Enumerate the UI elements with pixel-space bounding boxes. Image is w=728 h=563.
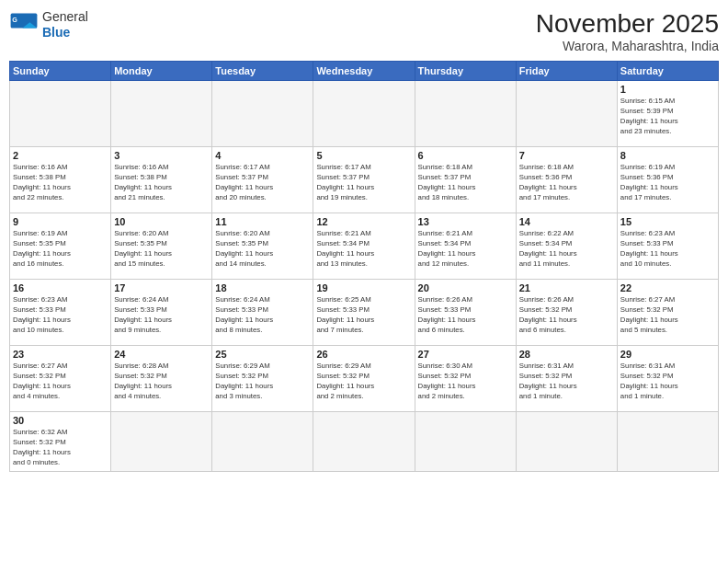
calendar-week-2: 9Sunrise: 6:19 AM Sunset: 5:35 PM Daylig… bbox=[10, 213, 719, 280]
day-number: 19 bbox=[316, 282, 411, 293]
day-info: Sunrise: 6:23 AM Sunset: 5:33 PM Dayligh… bbox=[13, 295, 108, 336]
calendar-cell: 16Sunrise: 6:23 AM Sunset: 5:33 PM Dayli… bbox=[10, 280, 111, 346]
col-header-wednesday: Wednesday bbox=[313, 62, 415, 81]
calendar-week-5: 30Sunrise: 6:32 AM Sunset: 5:32 PM Dayli… bbox=[10, 412, 719, 472]
calendar-cell: 5Sunrise: 6:17 AM Sunset: 5:37 PM Daylig… bbox=[313, 147, 415, 213]
day-info: Sunrise: 6:23 AM Sunset: 5:33 PM Dayligh… bbox=[620, 229, 715, 270]
calendar-cell: 26Sunrise: 6:29 AM Sunset: 5:32 PM Dayli… bbox=[313, 346, 415, 412]
calendar-cell: 9Sunrise: 6:19 AM Sunset: 5:35 PM Daylig… bbox=[10, 213, 111, 280]
day-number: 23 bbox=[13, 349, 108, 360]
col-header-tuesday: Tuesday bbox=[212, 62, 313, 81]
col-header-saturday: Saturday bbox=[617, 62, 718, 81]
day-info: Sunrise: 6:16 AM Sunset: 5:38 PM Dayligh… bbox=[13, 163, 108, 203]
day-number: 10 bbox=[114, 216, 209, 227]
day-info: Sunrise: 6:21 AM Sunset: 5:34 PM Dayligh… bbox=[418, 229, 513, 270]
day-info: Sunrise: 6:17 AM Sunset: 5:37 PM Dayligh… bbox=[316, 163, 411, 203]
day-info: Sunrise: 6:28 AM Sunset: 5:32 PM Dayligh… bbox=[114, 362, 209, 402]
calendar-cell bbox=[617, 412, 718, 472]
day-info: Sunrise: 6:19 AM Sunset: 5:36 PM Dayligh… bbox=[620, 163, 715, 203]
day-info: Sunrise: 6:22 AM Sunset: 5:34 PM Dayligh… bbox=[519, 229, 614, 270]
day-number: 3 bbox=[114, 150, 209, 161]
day-number: 6 bbox=[418, 150, 513, 161]
day-number: 16 bbox=[13, 282, 108, 293]
day-info: Sunrise: 6:24 AM Sunset: 5:33 PM Dayligh… bbox=[114, 295, 209, 336]
calendar-cell: 23Sunrise: 6:27 AM Sunset: 5:32 PM Dayli… bbox=[10, 346, 111, 412]
calendar-cell bbox=[313, 412, 415, 472]
day-number: 26 bbox=[316, 349, 411, 360]
calendar-cell bbox=[516, 81, 617, 147]
location-title: Warora, Maharashtra, India bbox=[536, 39, 719, 53]
day-number: 5 bbox=[316, 150, 411, 161]
day-info: Sunrise: 6:25 AM Sunset: 5:33 PM Dayligh… bbox=[316, 295, 411, 336]
day-number: 30 bbox=[13, 415, 108, 426]
day-number: 14 bbox=[519, 216, 614, 227]
day-info: Sunrise: 6:29 AM Sunset: 5:32 PM Dayligh… bbox=[215, 362, 310, 402]
calendar-cell: 30Sunrise: 6:32 AM Sunset: 5:32 PM Dayli… bbox=[10, 412, 111, 472]
day-info: Sunrise: 6:27 AM Sunset: 5:32 PM Dayligh… bbox=[620, 295, 715, 336]
calendar-cell: 24Sunrise: 6:28 AM Sunset: 5:32 PM Dayli… bbox=[111, 346, 212, 412]
day-info: Sunrise: 6:26 AM Sunset: 5:33 PM Dayligh… bbox=[418, 295, 513, 336]
calendar-cell: 6Sunrise: 6:18 AM Sunset: 5:37 PM Daylig… bbox=[415, 147, 516, 213]
calendar-cell: 1Sunrise: 6:15 AM Sunset: 5:39 PM Daylig… bbox=[617, 81, 718, 147]
day-number: 7 bbox=[519, 150, 614, 161]
calendar-cell bbox=[212, 81, 313, 147]
calendar-cell: 13Sunrise: 6:21 AM Sunset: 5:34 PM Dayli… bbox=[415, 213, 516, 280]
day-info: Sunrise: 6:30 AM Sunset: 5:32 PM Dayligh… bbox=[418, 362, 513, 402]
col-header-friday: Friday bbox=[516, 62, 617, 81]
calendar-cell: 15Sunrise: 6:23 AM Sunset: 5:33 PM Dayli… bbox=[617, 213, 718, 280]
day-number: 1 bbox=[620, 84, 715, 95]
day-number: 4 bbox=[215, 150, 310, 161]
day-number: 18 bbox=[215, 282, 310, 293]
day-number: 12 bbox=[316, 216, 411, 227]
day-info: Sunrise: 6:17 AM Sunset: 5:37 PM Dayligh… bbox=[215, 163, 310, 203]
day-info: Sunrise: 6:18 AM Sunset: 5:36 PM Dayligh… bbox=[519, 163, 614, 203]
calendar-cell: 25Sunrise: 6:29 AM Sunset: 5:32 PM Dayli… bbox=[212, 346, 313, 412]
day-info: Sunrise: 6:18 AM Sunset: 5:37 PM Dayligh… bbox=[418, 163, 513, 203]
calendar-cell: 10Sunrise: 6:20 AM Sunset: 5:35 PM Dayli… bbox=[111, 213, 212, 280]
day-info: Sunrise: 6:20 AM Sunset: 5:35 PM Dayligh… bbox=[114, 229, 209, 270]
day-info: Sunrise: 6:29 AM Sunset: 5:32 PM Dayligh… bbox=[316, 362, 411, 402]
day-info: Sunrise: 6:16 AM Sunset: 5:38 PM Dayligh… bbox=[114, 163, 209, 203]
calendar-cell: 17Sunrise: 6:24 AM Sunset: 5:33 PM Dayli… bbox=[111, 280, 212, 346]
day-info: Sunrise: 6:19 AM Sunset: 5:35 PM Dayligh… bbox=[13, 229, 108, 270]
calendar-cell: 19Sunrise: 6:25 AM Sunset: 5:33 PM Dayli… bbox=[313, 280, 415, 346]
day-number: 15 bbox=[620, 216, 715, 227]
day-number: 25 bbox=[215, 349, 310, 360]
day-number: 11 bbox=[215, 216, 310, 227]
calendar-cell bbox=[516, 412, 617, 472]
calendar-cell bbox=[111, 412, 212, 472]
day-number: 21 bbox=[519, 282, 614, 293]
day-number: 29 bbox=[620, 349, 715, 360]
calendar-cell bbox=[111, 81, 212, 147]
calendar-cell bbox=[415, 81, 516, 147]
calendar-cell: 20Sunrise: 6:26 AM Sunset: 5:33 PM Dayli… bbox=[415, 280, 516, 346]
calendar-cell bbox=[415, 412, 516, 472]
calendar-week-0: 1Sunrise: 6:15 AM Sunset: 5:39 PM Daylig… bbox=[10, 81, 719, 147]
day-number: 28 bbox=[519, 349, 614, 360]
calendar-cell: 3Sunrise: 6:16 AM Sunset: 5:38 PM Daylig… bbox=[111, 147, 212, 213]
col-header-sunday: Sunday bbox=[10, 62, 111, 81]
calendar-cell: 22Sunrise: 6:27 AM Sunset: 5:32 PM Dayli… bbox=[617, 280, 718, 346]
calendar-cell: 18Sunrise: 6:24 AM Sunset: 5:33 PM Dayli… bbox=[212, 280, 313, 346]
day-info: Sunrise: 6:15 AM Sunset: 5:39 PM Dayligh… bbox=[620, 97, 715, 137]
calendar-cell bbox=[313, 81, 415, 147]
calendar: SundayMondayTuesdayWednesdayThursdayFrid… bbox=[9, 61, 719, 472]
calendar-week-3: 16Sunrise: 6:23 AM Sunset: 5:33 PM Dayli… bbox=[10, 280, 719, 346]
calendar-cell: 27Sunrise: 6:30 AM Sunset: 5:32 PM Dayli… bbox=[415, 346, 516, 412]
calendar-week-1: 2Sunrise: 6:16 AM Sunset: 5:38 PM Daylig… bbox=[10, 147, 719, 213]
page-header: G General Blue November 2025 Warora, Mah… bbox=[9, 9, 719, 53]
col-header-monday: Monday bbox=[111, 62, 212, 81]
calendar-cell bbox=[10, 81, 111, 147]
calendar-cell: 29Sunrise: 6:31 AM Sunset: 5:32 PM Dayli… bbox=[617, 346, 718, 412]
day-info: Sunrise: 6:32 AM Sunset: 5:32 PM Dayligh… bbox=[13, 428, 108, 468]
day-info: Sunrise: 6:27 AM Sunset: 5:32 PM Dayligh… bbox=[13, 362, 108, 402]
day-info: Sunrise: 6:26 AM Sunset: 5:32 PM Dayligh… bbox=[519, 295, 614, 336]
day-number: 17 bbox=[114, 282, 209, 293]
col-header-thursday: Thursday bbox=[415, 62, 516, 81]
day-number: 8 bbox=[620, 150, 715, 161]
calendar-cell: 28Sunrise: 6:31 AM Sunset: 5:32 PM Dayli… bbox=[516, 346, 617, 412]
title-block: November 2025 Warora, Maharashtra, India bbox=[536, 9, 719, 53]
calendar-cell: 11Sunrise: 6:20 AM Sunset: 5:35 PM Dayli… bbox=[212, 213, 313, 280]
logo: G General Blue bbox=[9, 9, 88, 40]
calendar-cell: 7Sunrise: 6:18 AM Sunset: 5:36 PM Daylig… bbox=[516, 147, 617, 213]
